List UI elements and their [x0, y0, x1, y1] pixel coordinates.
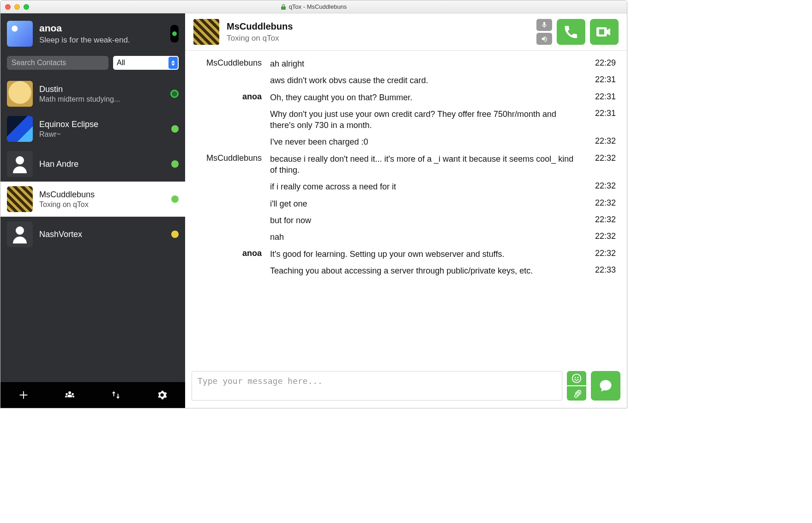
composer	[185, 366, 627, 408]
contact-list: DustinMath midterm studying...Equinox Ec…	[0, 76, 185, 382]
message-row: Teaching you about accessing a server th…	[196, 265, 616, 276]
message-text: i'll get one	[270, 198, 583, 209]
message-row: anoaOh, they caught you on that? Bummer.…	[196, 92, 616, 103]
message-time: 22:32	[583, 249, 616, 258]
video-call-button[interactable]	[590, 19, 619, 45]
contact-name: Han Andre	[39, 159, 165, 169]
audio-call-button[interactable]	[557, 19, 585, 45]
message-time: 22:31	[583, 92, 616, 102]
close-window-button[interactable]	[5, 4, 11, 10]
contact-name: MsCuddlebuns	[39, 190, 165, 200]
file-transfers-button[interactable]	[109, 389, 122, 401]
chat-avatar[interactable]	[193, 19, 219, 45]
contact-filter-value: All	[117, 59, 125, 67]
message-row: MsCuddlebunsah alright22:29	[196, 58, 616, 69]
message-row: i'll get one22:32	[196, 198, 616, 209]
contact-item[interactable]: NashVortex	[0, 217, 185, 252]
message-sender: anoa	[196, 92, 270, 102]
presence-indicator-icon	[170, 90, 179, 98]
contact-name: Dustin	[39, 85, 164, 94]
select-stepper-icon	[168, 57, 178, 69]
presence-indicator-icon	[171, 160, 179, 168]
message-text: nah	[270, 231, 583, 243]
message-row: I've never been charged :022:32	[196, 136, 616, 147]
svg-point-0	[16, 156, 24, 164]
mute-sound-button[interactable]	[536, 33, 552, 45]
presence-indicator-icon	[171, 195, 179, 203]
presence-dot-icon	[172, 31, 177, 36]
message-row: MsCuddlebunsbecause i really don't need …	[196, 153, 616, 176]
contact-avatar	[7, 221, 33, 247]
self-profile[interactable]: anoa Sleep is for the weak-end.	[0, 13, 185, 56]
message-time: 22:32	[583, 181, 616, 191]
message-text: Teaching you about accessing a server th…	[270, 265, 583, 276]
chat-header: MsCuddlebuns Toxing on qTox	[185, 13, 627, 51]
message-text: aws didn't work obvs cause the credit ca…	[270, 75, 583, 86]
zoom-window-button[interactable]	[24, 4, 29, 10]
svg-point-3	[66, 393, 68, 395]
presence-indicator-icon	[171, 231, 179, 238]
emoji-button[interactable]	[567, 371, 586, 385]
svg-point-6	[572, 374, 581, 382]
contact-filter-select[interactable]: All	[113, 56, 179, 70]
chat-pane: MsCuddlebuns Toxing on qTox	[185, 13, 627, 408]
message-text: I've never been charged :0	[270, 136, 583, 147]
message-text: It's good for learning. Setting up your …	[270, 249, 583, 260]
message-input[interactable]	[192, 371, 562, 401]
lock-icon	[281, 4, 286, 10]
app-window: qTox - MsCuddlebuns anoa Sleep is for th…	[0, 0, 627, 408]
group-chat-button[interactable]	[63, 389, 76, 401]
contact-name: Equinox Eclipse	[39, 120, 165, 129]
titlebar: qTox - MsCuddlebuns	[0, 0, 627, 13]
contact-avatar	[7, 186, 33, 212]
message-text: because i really don't need it... it's m…	[270, 153, 583, 176]
self-presence-toggle[interactable]	[170, 25, 179, 43]
self-avatar[interactable]	[7, 21, 33, 47]
minimize-window-button[interactable]	[14, 4, 20, 10]
window-title: qTox - MsCuddlebuns	[289, 3, 347, 10]
svg-point-1	[16, 226, 24, 235]
message-time: 22:32	[583, 231, 616, 241]
message-time: 22:32	[583, 136, 616, 146]
search-contacts-input[interactable]	[7, 56, 108, 70]
person-icon	[12, 155, 28, 173]
message-time: 22:32	[583, 153, 616, 163]
contact-item[interactable]: Han Andre	[0, 146, 185, 182]
message-row: but for now22:32	[196, 215, 616, 226]
svg-point-2	[68, 391, 71, 394]
message-time: 22:31	[583, 75, 616, 85]
message-list[interactable]: MsCuddlebunsah alright22:29aws didn't wo…	[185, 51, 627, 366]
contact-status: Toxing on qTox	[39, 201, 155, 209]
message-text: Why don't you just use your own credit c…	[270, 109, 583, 131]
message-text: if i really come across a need for it	[270, 181, 583, 192]
add-friend-button[interactable]	[17, 389, 30, 401]
message-row: nah22:32	[196, 231, 616, 243]
self-name: anoa	[39, 23, 164, 34]
svg-point-7	[575, 377, 576, 378]
contact-item[interactable]: MsCuddlebunsToxing on qTox	[0, 182, 185, 217]
presence-indicator-icon	[171, 125, 179, 133]
message-time: 22:32	[583, 215, 616, 225]
window-controls	[5, 4, 29, 10]
message-row: anoaIt's good for learning. Setting up y…	[196, 249, 616, 260]
svg-point-4	[72, 393, 74, 395]
sidebar: anoa Sleep is for the weak-end. All Du	[0, 13, 185, 408]
message-time: 22:31	[583, 109, 616, 118]
contact-item[interactable]: Equinox EclipseRawr~	[0, 111, 185, 146]
sidebar-bottom-bar	[0, 382, 185, 408]
contact-avatar	[7, 81, 33, 107]
settings-button[interactable]	[156, 389, 168, 401]
message-sender: MsCuddlebuns	[196, 58, 270, 68]
contact-status: Rawr~	[39, 130, 155, 139]
mute-mic-button[interactable]	[536, 19, 552, 31]
contact-item[interactable]: DustinMath midterm studying...	[0, 76, 185, 111]
chat-contact-status: Toxing on qTox	[227, 34, 293, 43]
person-icon	[12, 225, 28, 243]
contact-status: Math midterm studying...	[39, 95, 155, 103]
attach-file-button[interactable]	[567, 386, 586, 401]
message-time: 22:33	[583, 265, 616, 275]
svg-rect-5	[599, 29, 604, 34]
chat-contact-name: MsCuddlebuns	[227, 21, 293, 32]
send-button[interactable]	[591, 371, 620, 401]
message-row: Why don't you just use your own credit c…	[196, 109, 616, 131]
